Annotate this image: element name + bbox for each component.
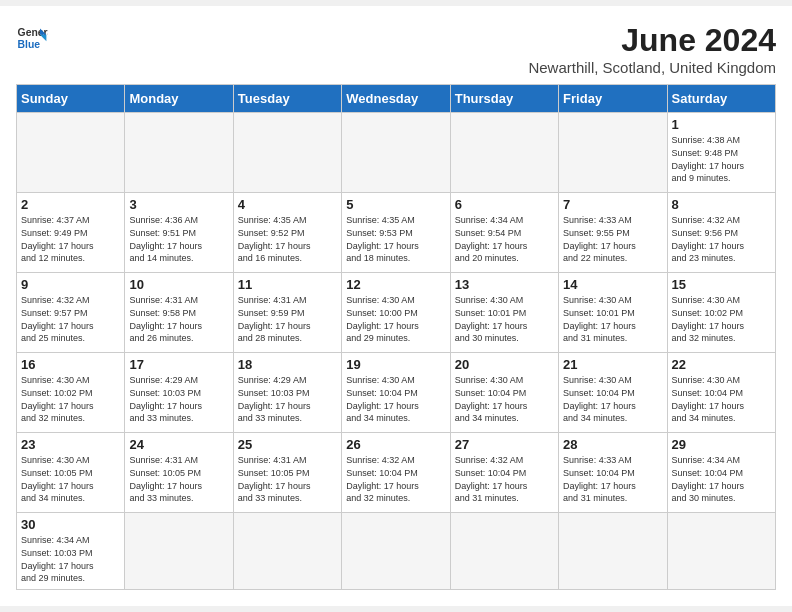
empty-cell [667,513,775,589]
header-sunday: Sunday [17,85,125,113]
logo: General Blue [16,22,48,54]
empty-cell [450,513,558,589]
day-15: 15 Sunrise: 4:30 AMSunset: 10:02 PMDayli… [667,273,775,353]
empty-cell [450,113,558,193]
empty-cell [342,513,450,589]
header-tuesday: Tuesday [233,85,341,113]
day-25: 25 Sunrise: 4:31 AMSunset: 10:05 PMDayli… [233,433,341,513]
month-title: June 2024 [528,22,776,59]
day-3: 3 Sunrise: 4:36 AMSunset: 9:51 PMDayligh… [125,193,233,273]
day-12: 12 Sunrise: 4:30 AMSunset: 10:00 PMDayli… [342,273,450,353]
title-block: June 2024 Newarthill, Scotland, United K… [528,22,776,76]
day-28: 28 Sunrise: 4:33 AMSunset: 10:04 PMDayli… [559,433,667,513]
week-row-5: 23 Sunrise: 4:30 AMSunset: 10:05 PMDayli… [17,433,776,513]
svg-text:Blue: Blue [18,39,41,50]
day-23: 23 Sunrise: 4:30 AMSunset: 10:05 PMDayli… [17,433,125,513]
logo-icon: General Blue [16,22,48,54]
day-1: 1 Sunrise: 4:38 AMSunset: 9:48 PMDayligh… [667,113,775,193]
empty-cell [233,113,341,193]
day-14: 14 Sunrise: 4:30 AMSunset: 10:01 PMDayli… [559,273,667,353]
day-5: 5 Sunrise: 4:35 AMSunset: 9:53 PMDayligh… [342,193,450,273]
week-row-6: 30 Sunrise: 4:34 AMSunset: 10:03 PMDayli… [17,513,776,589]
day-2: 2 Sunrise: 4:37 AMSunset: 9:49 PMDayligh… [17,193,125,273]
header-friday: Friday [559,85,667,113]
header-thursday: Thursday [450,85,558,113]
day-17: 17 Sunrise: 4:29 AMSunset: 10:03 PMDayli… [125,353,233,433]
day-21: 21 Sunrise: 4:30 AMSunset: 10:04 PMDayli… [559,353,667,433]
day-1-info: Sunrise: 4:38 AMSunset: 9:48 PMDaylight:… [672,135,745,183]
day-9: 9 Sunrise: 4:32 AMSunset: 9:57 PMDayligh… [17,273,125,353]
weekday-header-row: Sunday Monday Tuesday Wednesday Thursday… [17,85,776,113]
empty-cell [559,113,667,193]
empty-cell [125,513,233,589]
day-8: 8 Sunrise: 4:32 AMSunset: 9:56 PMDayligh… [667,193,775,273]
header-monday: Monday [125,85,233,113]
day-19: 19 Sunrise: 4:30 AMSunset: 10:04 PMDayli… [342,353,450,433]
subtitle: Newarthill, Scotland, United Kingdom [528,59,776,76]
empty-cell [17,113,125,193]
week-row-4: 16 Sunrise: 4:30 AMSunset: 10:02 PMDayli… [17,353,776,433]
day-22: 22 Sunrise: 4:30 AMSunset: 10:04 PMDayli… [667,353,775,433]
day-20: 20 Sunrise: 4:30 AMSunset: 10:04 PMDayli… [450,353,558,433]
calendar-table: Sunday Monday Tuesday Wednesday Thursday… [16,84,776,589]
calendar-container: General Blue June 2024 Newarthill, Scotl… [0,6,792,605]
day-27: 27 Sunrise: 4:32 AMSunset: 10:04 PMDayli… [450,433,558,513]
day-26: 26 Sunrise: 4:32 AMSunset: 10:04 PMDayli… [342,433,450,513]
header: General Blue June 2024 Newarthill, Scotl… [16,22,776,76]
day-11: 11 Sunrise: 4:31 AMSunset: 9:59 PMDaylig… [233,273,341,353]
day-10: 10 Sunrise: 4:31 AMSunset: 9:58 PMDaylig… [125,273,233,353]
day-18: 18 Sunrise: 4:29 AMSunset: 10:03 PMDayli… [233,353,341,433]
header-saturday: Saturday [667,85,775,113]
day-6: 6 Sunrise: 4:34 AMSunset: 9:54 PMDayligh… [450,193,558,273]
header-wednesday: Wednesday [342,85,450,113]
day-29: 29 Sunrise: 4:34 AMSunset: 10:04 PMDayli… [667,433,775,513]
empty-cell [125,113,233,193]
day-30: 30 Sunrise: 4:34 AMSunset: 10:03 PMDayli… [17,513,125,589]
day-13: 13 Sunrise: 4:30 AMSunset: 10:01 PMDayli… [450,273,558,353]
empty-cell [342,113,450,193]
day-16: 16 Sunrise: 4:30 AMSunset: 10:02 PMDayli… [17,353,125,433]
empty-cell [233,513,341,589]
day-24: 24 Sunrise: 4:31 AMSunset: 10:05 PMDayli… [125,433,233,513]
week-row-3: 9 Sunrise: 4:32 AMSunset: 9:57 PMDayligh… [17,273,776,353]
day-4: 4 Sunrise: 4:35 AMSunset: 9:52 PMDayligh… [233,193,341,273]
day-7: 7 Sunrise: 4:33 AMSunset: 9:55 PMDayligh… [559,193,667,273]
week-row-2: 2 Sunrise: 4:37 AMSunset: 9:49 PMDayligh… [17,193,776,273]
week-row-1: 1 Sunrise: 4:38 AMSunset: 9:48 PMDayligh… [17,113,776,193]
empty-cell [559,513,667,589]
